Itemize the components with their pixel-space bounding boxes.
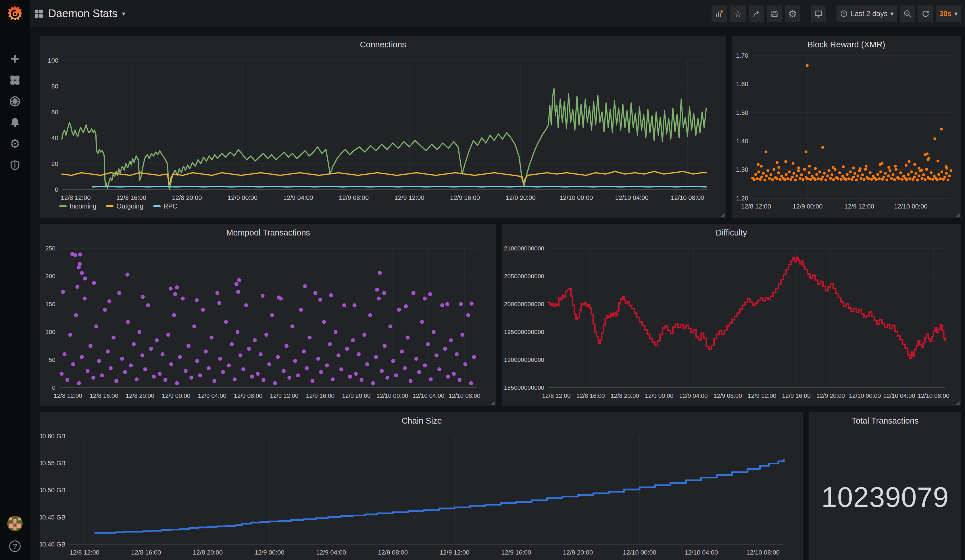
user-avatar[interactable] [7,516,23,531]
svg-text:12/9 04:00: 12/9 04:00 [198,392,226,399]
gridlines [62,60,707,189]
svg-text:40: 40 [51,134,58,142]
svg-text:12/10 00:00: 12/10 00:00 [376,392,408,399]
mempool-graph[interactable]: 12/8 12:0012/8 16:0012/8 20:0012/9 00:00… [40,224,496,407]
legend-item-outgoing[interactable]: Outgoing [106,202,143,210]
compass-icon [10,96,20,107]
time-range-picker[interactable]: Last 2 days ▾ [837,5,897,22]
dashboard-grid-icon [34,9,44,19]
refresh-interval-picker[interactable]: 30s ▾ [936,5,961,22]
svg-text:1.30: 1.30 [736,166,748,173]
legend-item-rpc[interactable]: RPC [153,202,178,210]
svg-text:12/9 12:00: 12/9 12:00 [440,549,469,556]
svg-text:12/10 00:00: 12/10 00:00 [894,203,927,210]
svg-text:1.70: 1.70 [736,52,748,59]
series-chain-size [95,460,783,533]
svg-text:12/9 00:00: 12/9 00:00 [793,203,823,210]
svg-text:200000000000: 200000000000 [504,301,544,307]
share-icon [752,10,761,18]
sidebar-item-create[interactable] [0,48,30,70]
svg-text:12/9 20:00: 12/9 20:00 [816,392,845,399]
star-icon: ☆ [733,8,742,20]
chain-size-graph[interactable]: 12/8 12:0012/8 16:0012/8 20:0012/9 00:00… [40,412,803,560]
svg-text:100.55 GB: 100.55 GB [40,459,65,467]
panel-title[interactable]: Block Reward (XMR) [732,40,961,49]
legend-item-incoming[interactable]: Incoming [59,202,96,210]
chevron-down-icon: ▾ [122,10,125,17]
cycle-view-mode-button[interactable] [811,5,826,22]
svg-text:12/9 08:00: 12/9 08:00 [339,194,369,201]
share-dashboard-button[interactable] [749,5,764,22]
dashboard-settings-button[interactable]: ⚙ [785,5,800,22]
panel-title[interactable]: Mempool Transactions [40,228,496,237]
axis-tick-labels: 12/8 12:0012/8 16:0012/8 20:0012/9 00:00… [40,433,780,556]
grafana-flame-icon [6,5,24,23]
axis-tick-labels: 12/8 12:0012/8 16:0012/8 20:0012/9 00:00… [46,245,481,399]
svg-text:12/9 04:00: 12/9 04:00 [283,194,313,201]
plus-icon [10,54,20,64]
settings-gear-icon: ⚙ [788,9,797,19]
svg-text:1.20: 1.20 [736,195,748,202]
svg-text:12/10 08:00: 12/10 08:00 [671,194,704,201]
help-icon[interactable]: ? [9,540,21,552]
connections-graph[interactable]: 12/8 12:0012/8 16:0012/8 20:0012/9 00:00… [40,36,726,218]
svg-text:12/9 20:00: 12/9 20:00 [342,392,370,399]
panel-difficulty: Difficulty 12/8 12:0012/8 16:0012/8 20:0… [502,224,961,407]
refresh-button[interactable] [918,5,933,22]
sidebar-item-explore[interactable] [0,91,30,112]
svg-text:190000000000: 190000000000 [504,356,544,363]
bell-icon [10,118,20,128]
svg-text:12/9 16:00: 12/9 16:00 [306,392,335,399]
panel-title[interactable]: Chain Size [40,416,803,426]
sidebar-item-alerting[interactable] [0,112,30,133]
graph-legend: Incoming Outgoing RPC [59,202,177,210]
svg-text:12/10 04:00: 12/10 04:00 [615,194,649,201]
series-mempool [59,252,476,385]
svg-text:0: 0 [52,384,56,391]
svg-text:12/9 00:00: 12/9 00:00 [162,392,190,399]
zoom-out-time-button[interactable] [900,5,915,22]
svg-text:12/8 20:00: 12/8 20:00 [611,392,639,399]
svg-text:12/10 00:00: 12/10 00:00 [623,549,656,556]
sidebar-item-server-admin[interactable] [0,155,30,176]
block-reward-graph[interactable]: 12/8 12:0012/9 00:0012/9 12:0012/10 00:0… [732,36,961,218]
series-difficulty [548,257,945,358]
difficulty-graph[interactable]: 12/8 12:0012/8 16:0012/8 20:0012/9 00:00… [502,224,961,407]
rpc-swatch-icon [153,205,160,207]
grafana-logo[interactable] [0,0,30,27]
tv-monitor-icon [814,10,823,18]
panel-title[interactable]: Total Transactions [809,416,961,426]
svg-text:12/10 04:00: 12/10 04:00 [685,549,718,556]
dashboard-title-button[interactable]: Daemon Stats ▾ [34,8,125,20]
panel-total-transactions: Total Transactions 10239079 [809,412,961,560]
svg-text:12/9 16:00: 12/9 16:00 [450,194,480,201]
svg-text:12/9 00:00: 12/9 00:00 [645,392,673,399]
panel-title[interactable]: Connections [40,40,726,49]
sidebar-item-configuration[interactable]: ⚙ [0,133,30,155]
svg-text:1.60: 1.60 [736,80,748,88]
svg-text:12/8 16:00: 12/8 16:00 [90,392,118,399]
svg-text:250: 250 [46,245,56,251]
svg-text:100.45 GB: 100.45 GB [40,514,65,521]
sidebar: ⚙ ? [0,0,30,560]
svg-text:50: 50 [49,356,56,363]
save-dashboard-button[interactable] [767,5,782,22]
svg-text:12/9 04:00: 12/9 04:00 [316,549,346,556]
svg-text:12/9 12:00: 12/9 12:00 [844,203,874,210]
svg-text:100: 100 [48,57,58,64]
add-panel-button[interactable] [711,5,727,22]
zoom-out-icon [903,10,912,18]
svg-text:12/8 12:00: 12/8 12:00 [70,549,100,556]
panel-title[interactable]: Difficulty [502,228,961,237]
total-transactions-value: 10239079 [809,481,961,513]
time-range-label: Last 2 days [851,10,887,18]
gridlines [69,436,785,544]
svg-text:12/9 04:00: 12/9 04:00 [679,392,708,399]
chevron-down-icon: ▾ [954,10,957,17]
sidebar-item-dashboards[interactable] [0,70,30,91]
legend-label: Incoming [70,202,96,210]
svg-text:12/8 16:00: 12/8 16:00 [116,194,146,201]
panel-connections: Connections 12/8 12:0012/8 16:0012/8 20:… [40,36,726,218]
legend-label: RPC [164,202,178,210]
mark-favorite-button[interactable]: ☆ [730,5,746,22]
